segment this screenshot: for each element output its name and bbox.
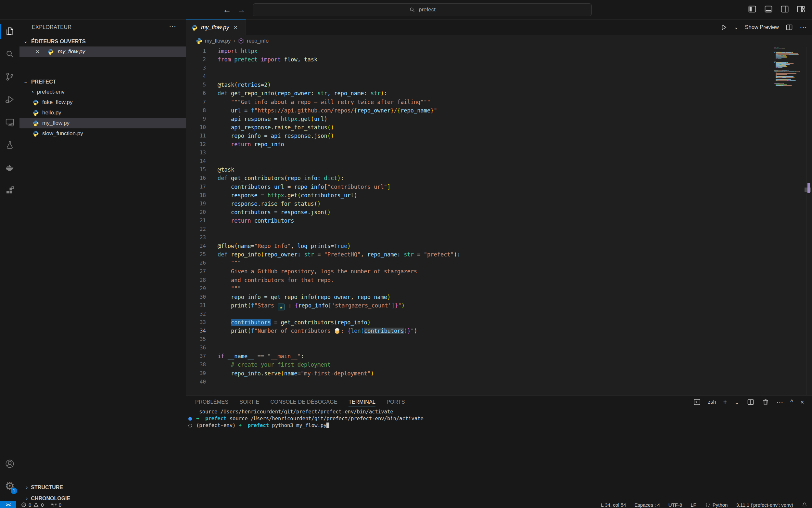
problems-status[interactable]: 0 0 xyxy=(21,502,44,508)
code-line[interactable]: 27 Given a GitHub repository, logs the n… xyxy=(186,267,812,276)
code-line[interactable]: 40 xyxy=(186,378,812,386)
line-number[interactable]: 27 xyxy=(186,267,206,276)
terminal-line[interactable]: source /Users/henricourdent/git/prefect/… xyxy=(186,409,812,415)
code-line[interactable]: 36 xyxy=(186,344,812,352)
project-section[interactable]: ⌄ PREFECT xyxy=(19,77,186,87)
code-line[interactable]: 7 """Get info about a repo – will retry … xyxy=(186,98,812,106)
code-editor[interactable]: 1import httpx2from prefect import flow, … xyxy=(186,47,812,395)
code-line[interactable]: 31 print(f"Stars ★ : {repo_info['stargaz… xyxy=(186,301,812,310)
toggle-secondary-sidebar-icon[interactable] xyxy=(780,5,789,14)
breadcrumb-symbol[interactable]: repo_info xyxy=(247,38,269,44)
customize-layout-icon[interactable] xyxy=(797,5,806,14)
open-editor-item-my-flow[interactable]: × my_flow.py xyxy=(19,46,186,57)
sidebar-item-fake_flow-py[interactable]: fake_flow.py xyxy=(19,97,186,108)
code-line[interactable]: 2from prefect import flow, task xyxy=(186,55,812,64)
code-line[interactable]: 3 xyxy=(186,64,812,72)
code-line[interactable]: 4 xyxy=(186,72,812,81)
code-line[interactable]: 21 return contributors xyxy=(186,216,812,225)
split-editor-button[interactable] xyxy=(785,24,793,31)
command-center-search[interactable]: prefect xyxy=(253,3,592,16)
toggle-sidebar-icon[interactable] xyxy=(748,5,757,14)
code-line[interactable]: 10 api_response.raise_for_status() xyxy=(186,123,812,132)
line-number[interactable]: 23 xyxy=(186,234,206,242)
line-number[interactable]: 2 xyxy=(186,55,206,64)
code-line[interactable]: 34 print(f"Number of contributors : {len… xyxy=(186,327,812,335)
terminal-output[interactable]: source /Users/henricourdent/git/prefect/… xyxy=(186,409,812,429)
line-number[interactable]: 16 xyxy=(186,174,206,182)
remote-indicator[interactable]: >< xyxy=(0,501,16,508)
split-terminal-button[interactable] xyxy=(747,398,755,406)
line-number[interactable]: 25 xyxy=(186,250,206,259)
code-line[interactable]: 6def get_repo_info(repo_owner: str, repo… xyxy=(186,89,812,97)
status-eol[interactable]: LF xyxy=(690,502,697,508)
code-line[interactable]: 13 xyxy=(186,149,812,157)
tab-my-flow[interactable]: my_flow.py × xyxy=(186,19,246,35)
code-line[interactable]: 12 return repo_info xyxy=(186,140,812,149)
status-indentation[interactable]: Espaces : 4 xyxy=(634,502,660,508)
code-line[interactable]: 29 """ xyxy=(186,284,812,293)
line-number[interactable]: 13 xyxy=(186,149,206,157)
code-line[interactable]: 24@flow(name="Repo Info", log_prints=Tru… xyxy=(186,242,812,250)
ellipsis-icon[interactable]: ⋯ xyxy=(169,22,176,31)
code-line[interactable]: 23 xyxy=(186,234,812,242)
breadcrumb-file[interactable]: my_flow.py xyxy=(205,38,231,44)
more-actions-button[interactable]: ⋯ xyxy=(800,23,807,32)
code-line[interactable]: 15@task xyxy=(186,165,812,174)
line-number[interactable]: 3 xyxy=(186,64,206,72)
panel-tab-probl-mes[interactable]: PROBLÈMES xyxy=(195,395,228,409)
status-language-mode[interactable]: Python xyxy=(705,502,728,508)
activity-accounts[interactable] xyxy=(0,453,19,475)
activity-testing[interactable] xyxy=(0,134,19,156)
maximize-panel-button[interactable]: ^ xyxy=(790,398,793,406)
status-encoding[interactable]: UTF-8 xyxy=(668,502,682,508)
status-notifications[interactable] xyxy=(802,502,807,508)
code-line[interactable]: 17 contributors_url = repo_info["contrib… xyxy=(186,183,812,191)
close-icon[interactable]: × xyxy=(234,24,238,31)
code-line[interactable]: 9 api_response = httpx.get(url) xyxy=(186,115,812,123)
run-dropdown-chevron[interactable]: ⌄ xyxy=(734,24,738,30)
code-line[interactable]: 25def repo_info(repo_owner: str = "Prefe… xyxy=(186,250,812,259)
code-line[interactable]: 39 repo_info.serve(name="my-first-deploy… xyxy=(186,369,812,378)
line-number[interactable]: 35 xyxy=(186,335,206,344)
line-number[interactable]: 11 xyxy=(186,132,206,140)
kill-terminal-button[interactable] xyxy=(762,398,769,406)
toggle-panel-icon[interactable] xyxy=(764,5,773,14)
line-number[interactable]: 34 xyxy=(186,327,206,335)
line-number[interactable]: 29 xyxy=(186,284,206,293)
terminal-line[interactable]: (prefect-env) ➜ prefect python3 my_flow.… xyxy=(186,422,812,429)
activity-settings[interactable]: ⚙1 xyxy=(0,474,19,497)
sidebar-item-prefect-env[interactable]: ›prefect-env xyxy=(19,87,186,97)
close-panel-button[interactable]: × xyxy=(800,398,804,406)
code-line[interactable]: 16def get_contributors(repo_info: dict): xyxy=(186,174,812,182)
line-number[interactable]: 36 xyxy=(186,344,206,352)
line-number[interactable]: 37 xyxy=(186,352,206,361)
code-line[interactable]: 8 url = f"https://api.github.com/repos/{… xyxy=(186,106,812,115)
terminal-line[interactable]: ➜ prefect source /Users/henricourdent/gi… xyxy=(186,415,812,422)
code-line[interactable]: 5@task(retries=2) xyxy=(186,81,812,89)
close-icon[interactable]: × xyxy=(36,48,42,55)
status-cursor-position[interactable]: L 34, col 54 xyxy=(601,502,626,508)
code-line[interactable]: 26 """ xyxy=(186,259,812,267)
line-number[interactable]: 20 xyxy=(186,208,206,216)
line-number[interactable]: 28 xyxy=(186,276,206,284)
shell-label[interactable]: zsh xyxy=(708,399,716,405)
sidebar-section-structure[interactable]: ›STRUCTURE xyxy=(19,482,186,493)
line-number[interactable]: 40 xyxy=(186,378,206,386)
line-number[interactable]: 7 xyxy=(186,98,206,106)
code-line[interactable]: 30 repo_info = get_repo_info(repo_owner,… xyxy=(186,293,812,301)
line-number[interactable]: 39 xyxy=(186,369,206,378)
activity-explorer[interactable] xyxy=(0,20,19,43)
status-python-interpreter[interactable]: 3.11.1 ('prefect-env': venv) xyxy=(736,502,793,508)
breadcrumb[interactable]: my_flow.py › repo_info xyxy=(186,35,812,47)
code-line[interactable]: 35 xyxy=(186,335,812,344)
run-button[interactable] xyxy=(720,24,727,31)
sidebar-item-my_flow-py[interactable]: my_flow.py xyxy=(19,118,186,128)
code-line[interactable]: 28 and contributors for that repo. xyxy=(186,276,812,284)
line-number[interactable]: 30 xyxy=(186,293,206,301)
line-number[interactable]: 4 xyxy=(186,72,206,81)
line-number[interactable]: 10 xyxy=(186,123,206,132)
code-line[interactable]: 32 xyxy=(186,310,812,318)
line-number[interactable]: 26 xyxy=(186,259,206,267)
code-line[interactable]: 37if __name__ == "__main__": xyxy=(186,352,812,361)
new-terminal-button[interactable]: + xyxy=(723,398,727,406)
